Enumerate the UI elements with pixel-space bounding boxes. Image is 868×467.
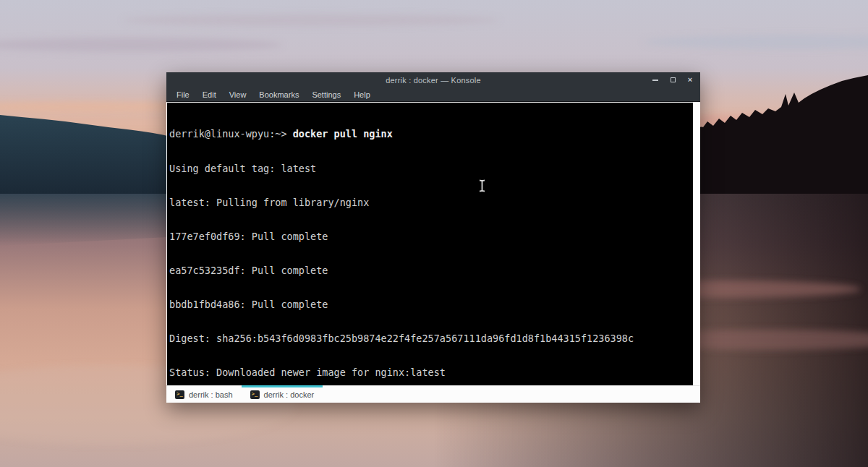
terminal-line: 177e7ef0df69: Pull complete [169,231,693,243]
maximize-icon [671,77,676,82]
desktop: derrik : docker — Konsole × File Edit Vi… [0,0,868,467]
terminal-line: Digest: sha256:b543f6d0983fbc25b9874e22f… [169,333,693,345]
minimize-icon [652,80,658,81]
menu-item-bookmarks[interactable]: Bookmarks [252,90,305,99]
scrollbar[interactable] [693,103,700,385]
menu-item-help[interactable]: Help [347,90,377,99]
terminal-line: latest: Pulling from library/nginx [169,197,693,209]
menu-item-view[interactable]: View [223,90,253,99]
terminal-icon: >_ [175,390,184,399]
maximize-button[interactable] [668,76,677,85]
titlebar[interactable]: derrik : docker — Konsole × [166,72,700,87]
typed-command: docker pull nginx [293,128,393,140]
tab-label: derrik : bash [189,390,233,399]
tab-derrik-bash[interactable]: >_ derrik : bash [166,386,242,403]
menu-item-file[interactable]: File [170,90,196,99]
terminal-frame: derrik@linux-wpyu:~> docker pull nginx U… [166,102,700,385]
close-button[interactable]: × [686,76,694,85]
terminal-view[interactable]: derrik@linux-wpyu:~> docker pull nginx U… [167,103,693,385]
menu-bar: File Edit View Bookmarks Settings Help [166,87,700,102]
terminal-icon: >_ [250,390,260,399]
tab-derrik-docker[interactable]: >_ derrik : docker [242,386,323,403]
shell-prompt: derrik@linux-wpyu:~> [169,128,293,140]
tab-bar: >_ derrik : bash >_ derrik : docker [166,385,700,403]
window-controls: × [651,72,694,87]
terminal-line: bbdb1fbd4a86: Pull complete [169,299,693,311]
terminal-line: Status: Downloaded newer image for nginx… [169,367,693,379]
menu-item-edit[interactable]: Edit [196,90,223,99]
konsole-window: derrik : docker — Konsole × File Edit Vi… [166,72,700,403]
terminal-line: Using default tag: latest [169,163,693,175]
window-title: derrik : docker — Konsole [166,76,700,85]
terminal-line: ea57c53235df: Pull complete [169,265,693,277]
minimize-button[interactable] [651,76,660,85]
menu-item-settings[interactable]: Settings [305,90,347,99]
tab-label: derrik : docker [264,390,315,399]
terminal-line: derrik@linux-wpyu:~> docker pull nginx [169,129,693,140]
